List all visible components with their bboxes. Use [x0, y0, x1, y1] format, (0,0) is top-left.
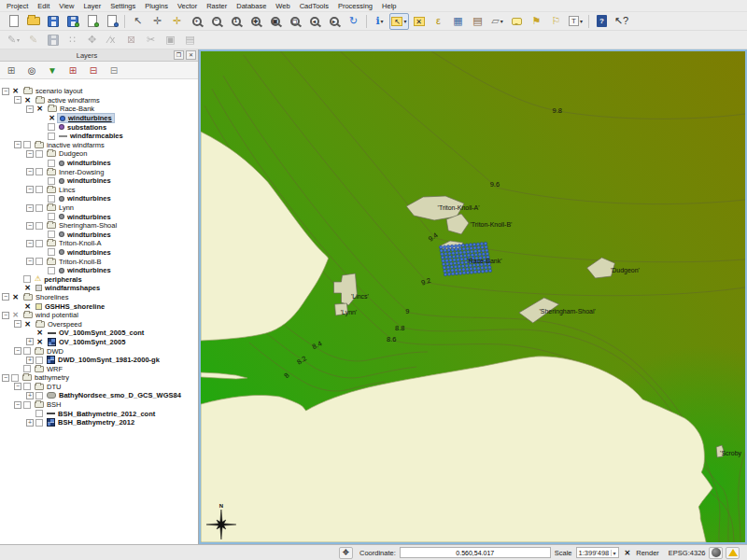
- layer-row-ov-100msynt-2005-cont[interactable]: ✕OV_100mSynt_2005_cont: [0, 329, 198, 338]
- zoom-in-button[interactable]: +: [187, 13, 206, 30]
- layer-row-wind-potential[interactable]: −✕wind potential: [0, 311, 198, 320]
- menu-database[interactable]: Database: [232, 1, 271, 11]
- layer-row-windfarmshapes[interactable]: ✕windfarmshapes: [0, 284, 198, 293]
- layer-row-triton-knoll-b[interactable]: −Triton-Knoll-B: [0, 257, 198, 266]
- layer-row-peripherals[interactable]: ⚠peripherals: [0, 274, 198, 284]
- visibility-checkbox[interactable]: [35, 168, 43, 175]
- menu-vector[interactable]: Vector: [173, 1, 202, 11]
- zoom-native-button[interactable]: 1: [226, 13, 246, 30]
- visibility-checkbox[interactable]: ✕: [11, 311, 20, 319]
- layer-row-substations[interactable]: substations: [0, 122, 198, 132]
- current-edits-dropdown[interactable]: ▾: [17, 36, 20, 43]
- layer-row-bathynordsee-smo-d-gcs-wgs84[interactable]: +BathyNordsee_smo_D_GCS_WGS84: [0, 391, 198, 400]
- visibility-checkbox[interactable]: [35, 357, 43, 364]
- layer-row-windturbines[interactable]: windturbines: [0, 159, 198, 168]
- visibility-checkbox[interactable]: ✕: [11, 293, 20, 301]
- collapse-toggle-icon[interactable]: −: [14, 320, 21, 328]
- visibility-checkbox[interactable]: [35, 240, 43, 247]
- collapse-toggle-icon[interactable]: −: [26, 204, 34, 212]
- collapse-toggle-icon[interactable]: −: [26, 186, 34, 193]
- map-canvas[interactable]: 9.89.69.49.298.88.68.48.28'Triton-Knoll-…: [199, 49, 747, 544]
- select-by-rectangle-button[interactable]: ↖▾: [389, 13, 409, 30]
- field-calculator-button[interactable]: ▤: [468, 13, 487, 30]
- layer-row-inactive-windfarms[interactable]: −inactive windfarms: [0, 141, 198, 150]
- menu-edit[interactable]: Edit: [33, 1, 54, 11]
- visibility-checkbox[interactable]: [48, 248, 55, 256]
- layer-row-overspeed[interactable]: −✕Overspeed: [0, 319, 198, 329]
- visibility-checkbox[interactable]: ✕: [48, 114, 56, 122]
- collapse-all-button[interactable]: ⊟: [86, 63, 101, 77]
- menu-help[interactable]: Help: [377, 1, 401, 11]
- layer-row-lincs[interactable]: −Lincs: [0, 186, 198, 195]
- expand-toggle-icon[interactable]: +: [26, 392, 34, 399]
- collapse-toggle-icon[interactable]: −: [2, 293, 9, 301]
- layer-row-windturbines[interactable]: windturbines: [0, 231, 198, 240]
- render-checkbox[interactable]: ✕: [625, 549, 631, 557]
- visibility-checkbox[interactable]: [35, 258, 43, 265]
- touch-zoom-pan-button[interactable]: ↖: [128, 13, 148, 30]
- menu-plugins[interactable]: Plugins: [140, 1, 173, 11]
- layer-row-scenario-layout[interactable]: −✕scenario layout: [0, 87, 198, 96]
- map-svg[interactable]: 9.89.69.49.298.88.68.48.28'Triton-Knoll-…: [201, 51, 745, 542]
- layer-row-windturbines[interactable]: windturbines: [0, 194, 198, 203]
- visibility-checkbox[interactable]: [48, 160, 55, 167]
- visibility-checkbox[interactable]: [23, 383, 31, 390]
- text-annotation-button[interactable]: T▾: [566, 13, 585, 30]
- visibility-checkbox[interactable]: [48, 133, 55, 140]
- visibility-checkbox[interactable]: [23, 347, 31, 355]
- text-annotation-dropdown[interactable]: ▾: [580, 18, 583, 24]
- new-print-composer-button[interactable]: [82, 13, 102, 30]
- layer-row-lynn[interactable]: −Lynn: [0, 203, 198, 213]
- visibility-checkbox[interactable]: [48, 231, 55, 238]
- map-tips-button[interactable]: [507, 13, 527, 30]
- collapse-toggle-icon[interactable]: −: [26, 150, 34, 158]
- visibility-checkbox[interactable]: [35, 150, 43, 158]
- menu-web[interactable]: Web: [271, 1, 294, 11]
- menu-settings[interactable]: Settings: [106, 1, 140, 11]
- visibility-checkbox[interactable]: ✕: [23, 320, 32, 329]
- expand-all-button[interactable]: ⊞: [65, 63, 80, 77]
- layers-panel-titlebar[interactable]: Layers ❒ ✕: [0, 49, 198, 62]
- visibility-checkbox[interactable]: ✕: [35, 105, 44, 113]
- expand-toggle-icon[interactable]: +: [26, 357, 34, 364]
- layer-row-windturbines[interactable]: windturbines: [0, 266, 198, 275]
- scale-combo[interactable]: 1:399'498▾: [576, 547, 619, 558]
- visibility-checkbox[interactable]: [35, 186, 43, 193]
- collapse-toggle-icon[interactable]: −: [14, 347, 21, 355]
- visibility-checkbox[interactable]: [48, 123, 55, 131]
- pan-map-button[interactable]: ✛: [148, 13, 167, 30]
- show-bookmarks-button[interactable]: ⚐: [546, 13, 566, 30]
- visibility-checkbox[interactable]: [48, 177, 55, 185]
- new-project-button[interactable]: [4, 13, 23, 30]
- save-project-button[interactable]: [43, 13, 63, 30]
- new-bookmark-button[interactable]: ⚑: [527, 13, 546, 30]
- coordinate-input[interactable]: [400, 547, 551, 558]
- expand-toggle-icon[interactable]: +: [26, 419, 34, 427]
- collapse-toggle-icon[interactable]: −: [26, 258, 34, 265]
- zoom-full-button[interactable]: ✚: [246, 13, 265, 30]
- crs-status-button[interactable]: [709, 547, 723, 559]
- remove-layer-group-button[interactable]: ⊟: [106, 63, 121, 77]
- composer-manager-button[interactable]: [102, 13, 121, 30]
- visibility-checkbox[interactable]: [23, 141, 31, 148]
- filter-legend-button[interactable]: ▼: [45, 63, 60, 77]
- refresh-map-button[interactable]: ↻: [344, 13, 363, 30]
- visibility-checkbox[interactable]: [35, 392, 43, 399]
- layer-row-windturbines[interactable]: ✕windturbines: [0, 114, 198, 123]
- mouse-position-toggle-button[interactable]: ⌖: [339, 547, 353, 559]
- collapse-toggle-icon[interactable]: −: [14, 141, 21, 148]
- measure-button[interactable]: ▱▾: [487, 13, 507, 30]
- visibility-checkbox[interactable]: ✕: [35, 329, 44, 337]
- visibility-checkbox[interactable]: [35, 410, 43, 417]
- open-attribute-table-button[interactable]: ▦: [448, 13, 468, 30]
- collapse-toggle-icon[interactable]: −: [14, 383, 21, 390]
- open-project-button[interactable]: [23, 13, 43, 30]
- menu-layer[interactable]: Layer: [78, 1, 106, 11]
- menu-view[interactable]: View: [54, 1, 78, 11]
- layer-row-bsh-bathymetrie-2012-cont[interactable]: BSH_Bathymetrie_2012_cont: [0, 409, 198, 418]
- identify-features-dropdown[interactable]: ▾: [381, 18, 384, 24]
- visibility-checkbox[interactable]: ✕: [35, 338, 44, 346]
- save-project-as-button[interactable]: [63, 13, 82, 30]
- collapse-toggle-icon[interactable]: −: [26, 240, 34, 247]
- layer-row-dwd[interactable]: −DWD: [0, 346, 198, 356]
